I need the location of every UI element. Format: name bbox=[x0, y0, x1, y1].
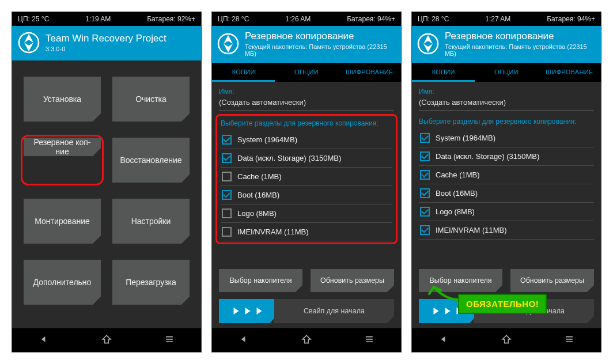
navbar bbox=[212, 328, 401, 352]
checkbox-icon[interactable] bbox=[420, 133, 430, 143]
refresh-sizes-button[interactable]: Обновить размеры bbox=[311, 269, 394, 292]
name-field[interactable]: (Создать автоматически) bbox=[419, 97, 594, 111]
select-storage-button[interactable]: Выбор накопителя bbox=[219, 269, 302, 292]
menu-icon[interactable] bbox=[164, 333, 175, 347]
cpu-temp: ЦП: 25 °C bbox=[18, 15, 49, 23]
tab-options[interactable]: ОПЦИИ bbox=[275, 63, 338, 82]
statusbar: ЦП: 28 °C 1:26 AM Батарея: 94%+ bbox=[212, 12, 401, 26]
partition-system[interactable]: System (1964MB) bbox=[419, 129, 594, 147]
section-label: Выберите разделы для резервного копирова… bbox=[419, 117, 594, 126]
swipe-slider[interactable]: Свайп для начала bbox=[219, 299, 394, 323]
screen-backup-select: ЦП: 28 °C 1:26 AM Батарея: 94%+ Резервно… bbox=[211, 12, 402, 352]
cpu-temp: ЦП: 28 °C bbox=[418, 15, 449, 23]
partition-boot[interactable]: Boot (16MB) bbox=[419, 184, 594, 203]
screen-backup-all-checked: ЦП: 28 °C 1:27 AM Батарея: 94%+ Резервно… bbox=[411, 12, 601, 352]
backup-button[interactable]: Резервное коп-ние bbox=[24, 138, 101, 156]
swipe-label: Свайп для начала bbox=[274, 299, 394, 323]
page-title: Резервное копирование bbox=[245, 31, 396, 42]
twrp-header: Team Win Recovery Project 3.3.0-0 bbox=[12, 26, 201, 60]
clock: 1:27 AM bbox=[485, 15, 510, 23]
partition-data[interactable]: Data (искл. Storage) (3150MB) bbox=[419, 147, 594, 166]
swipe-thumb[interactable] bbox=[219, 299, 277, 323]
checkbox-icon[interactable] bbox=[222, 190, 232, 200]
mount-button[interactable]: Монтирование bbox=[24, 199, 101, 244]
menu-icon[interactable] bbox=[364, 333, 375, 347]
partitions-list: System (1964MB) Data (искл. Storage) (31… bbox=[419, 129, 594, 240]
checkbox-icon[interactable] bbox=[222, 172, 232, 181]
wipe-button[interactable]: Очистка bbox=[112, 77, 190, 122]
battery: Батарея: 94%+ bbox=[547, 15, 595, 23]
name-label: Имя: bbox=[219, 88, 394, 96]
tab-options[interactable]: ОПЦИИ bbox=[475, 63, 538, 82]
partition-imei[interactable]: IMEI/NVRAM (11MB) bbox=[221, 223, 392, 241]
partition-data[interactable]: Data (искл. Storage) (3150MB) bbox=[221, 149, 392, 168]
checkbox-icon[interactable] bbox=[420, 188, 430, 198]
menu-icon[interactable] bbox=[563, 333, 575, 347]
partitions-highlight: Выберите разделы для резервного копирова… bbox=[215, 114, 398, 244]
back-icon[interactable] bbox=[238, 333, 249, 347]
install-button[interactable]: Установка bbox=[24, 77, 101, 122]
home-icon[interactable] bbox=[501, 333, 512, 347]
screen-main-menu: ЦП: 25 °C 1:19 AM Батарея: 92%+ Team Win… bbox=[12, 12, 202, 352]
tabs: КОПИИ ОПЦИИ ШИФРОВАНИЕ bbox=[212, 63, 401, 82]
backup-content: Имя: (Создать автоматически) Выберите ра… bbox=[412, 82, 601, 328]
checkbox-icon[interactable] bbox=[222, 135, 232, 145]
checkbox-icon[interactable] bbox=[420, 170, 430, 180]
backup-header: Резервное копирование Текущий накопитель… bbox=[412, 26, 601, 63]
navbar bbox=[12, 328, 201, 352]
name-label: Имя: bbox=[419, 88, 594, 96]
navbar bbox=[412, 328, 601, 352]
clock: 1:19 AM bbox=[85, 15, 111, 23]
tab-copies[interactable]: КОПИИ bbox=[212, 63, 275, 82]
checkbox-icon[interactable] bbox=[222, 227, 232, 237]
app-title: Team Win Recovery Project bbox=[46, 33, 167, 44]
section-label: Выберите разделы для резервного копирова… bbox=[221, 119, 392, 127]
main-menu-grid: Установка Очистка Резервное коп-ние Восс… bbox=[12, 60, 201, 328]
settings-button[interactable]: Настройки bbox=[112, 199, 190, 244]
partitions-list: System (1964MB) Data (искл. Storage) (31… bbox=[221, 131, 392, 241]
battery: Батарея: 92%+ bbox=[147, 15, 195, 23]
statusbar: ЦП: 25 °C 1:19 AM Батарея: 92%+ bbox=[12, 12, 201, 26]
refresh-sizes-button[interactable]: Обновить размеры bbox=[510, 269, 594, 292]
app-version: 3.3.0-0 bbox=[46, 46, 167, 52]
partition-imei[interactable]: IMEI/NVRAM (11MB) bbox=[419, 221, 594, 240]
restore-button[interactable]: Восстановление bbox=[112, 138, 190, 183]
twrp-logo-icon bbox=[217, 32, 240, 56]
statusbar: ЦП: 28 °C 1:27 AM Батарея: 94%+ bbox=[412, 12, 601, 26]
twrp-logo-icon bbox=[417, 32, 440, 56]
tab-encryption[interactable]: ШИФРОВАНИЕ bbox=[338, 63, 401, 82]
backup-header: Резервное копирование Текущий накопитель… bbox=[212, 26, 401, 63]
select-storage-button[interactable]: Выбор накопителя bbox=[419, 269, 502, 292]
partition-logo[interactable]: Logo (8MB) bbox=[221, 204, 392, 223]
home-icon[interactable] bbox=[101, 333, 112, 347]
clock: 1:26 AM bbox=[285, 15, 311, 23]
storage-info: Текущий накопитель: Память устройства (2… bbox=[445, 43, 596, 57]
checkbox-icon[interactable] bbox=[222, 208, 232, 218]
advanced-button[interactable]: Дополнительно bbox=[24, 260, 101, 305]
home-icon[interactable] bbox=[301, 333, 312, 347]
backup-content: Имя: (Создать автоматически) Выберите ра… bbox=[212, 82, 401, 328]
checkbox-icon[interactable] bbox=[222, 153, 232, 163]
back-icon[interactable] bbox=[438, 333, 449, 347]
reboot-button[interactable]: Перезагрузка bbox=[112, 260, 190, 305]
page-title: Резервное копирование bbox=[445, 31, 596, 42]
partition-cache[interactable]: Cache (1MB) bbox=[221, 168, 392, 186]
twrp-logo-icon bbox=[17, 31, 41, 55]
tab-copies[interactable]: КОПИИ bbox=[412, 63, 475, 82]
partition-cache[interactable]: Cache (1MB) bbox=[419, 166, 594, 184]
checkbox-icon[interactable] bbox=[420, 151, 430, 161]
cpu-temp: ЦП: 28 °C bbox=[218, 15, 249, 23]
partition-system[interactable]: System (1964MB) bbox=[221, 131, 392, 149]
partition-logo[interactable]: Logo (8MB) bbox=[419, 203, 594, 221]
checkbox-icon[interactable] bbox=[420, 207, 430, 217]
battery: Батарея: 94%+ bbox=[347, 15, 395, 23]
back-icon[interactable] bbox=[38, 333, 50, 347]
storage-info: Текущий накопитель: Память устройства (2… bbox=[245, 43, 396, 57]
checkbox-icon[interactable] bbox=[420, 225, 430, 235]
callout-mandatory: ОБЯЗАТЕЛЬНО! bbox=[458, 294, 547, 314]
tab-encryption[interactable]: ШИФРОВАНИЕ bbox=[538, 63, 601, 82]
name-field[interactable]: (Создать автоматически) bbox=[219, 97, 394, 111]
tabs: КОПИИ ОПЦИИ ШИФРОВАНИЕ bbox=[412, 63, 601, 82]
partition-boot[interactable]: Boot (16MB) bbox=[221, 186, 392, 204]
